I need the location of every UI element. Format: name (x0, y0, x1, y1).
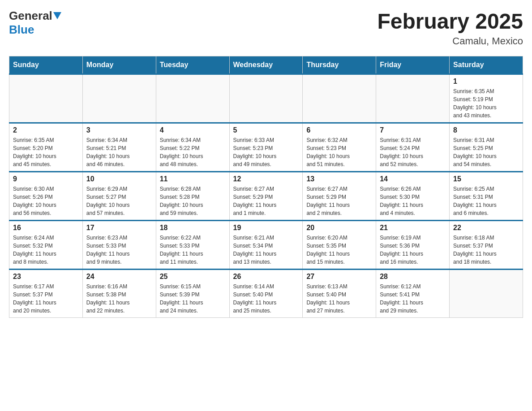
calendar-cell (156, 74, 229, 123)
calendar-cell: 15Sunrise: 6:25 AMSunset: 5:31 PMDayligh… (450, 172, 523, 221)
day-info: Sunrise: 6:27 AMSunset: 5:29 PMDaylight:… (233, 185, 299, 217)
weekday-header-saturday: Saturday (450, 56, 523, 74)
day-number: 7 (380, 126, 446, 134)
day-number: 4 (160, 126, 226, 134)
day-number: 21 (380, 224, 446, 232)
calendar-cell: 2Sunrise: 6:35 AMSunset: 5:20 PMDaylight… (9, 123, 83, 172)
day-number: 25 (160, 273, 226, 281)
weekday-header-tuesday: Tuesday (156, 56, 229, 74)
calendar-week-1: 1Sunrise: 6:35 AMSunset: 5:19 PMDaylight… (9, 74, 523, 123)
day-number: 12 (233, 175, 299, 183)
day-number: 9 (13, 175, 79, 183)
day-number: 11 (160, 175, 226, 183)
calendar-table: SundayMondayTuesdayWednesdayThursdayFrid… (9, 56, 523, 318)
day-info: Sunrise: 6:25 AMSunset: 5:31 PMDaylight:… (453, 185, 519, 217)
title-section: February 2025 Camalu, Mexico (377, 9, 523, 47)
day-number: 19 (233, 224, 299, 232)
day-number: 8 (453, 126, 519, 134)
day-info: Sunrise: 6:34 AMSunset: 5:22 PMDaylight:… (160, 136, 226, 168)
day-number: 15 (453, 175, 519, 183)
calendar-cell: 22Sunrise: 6:18 AMSunset: 5:37 PMDayligh… (450, 221, 523, 270)
day-info: Sunrise: 6:24 AMSunset: 5:32 PMDaylight:… (13, 234, 79, 266)
logo: General Blue (9, 9, 62, 37)
calendar-cell: 12Sunrise: 6:27 AMSunset: 5:29 PMDayligh… (229, 172, 303, 221)
day-number: 1 (453, 77, 519, 86)
weekday-header-thursday: Thursday (303, 56, 376, 74)
header-row: SundayMondayTuesdayWednesdayThursdayFrid… (9, 56, 523, 74)
day-info: Sunrise: 6:31 AMSunset: 5:24 PMDaylight:… (380, 136, 446, 168)
day-number: 28 (380, 273, 446, 281)
day-number: 3 (86, 126, 152, 134)
calendar-cell: 9Sunrise: 6:30 AMSunset: 5:26 PMDaylight… (9, 172, 83, 221)
day-number: 20 (306, 224, 372, 232)
day-info: Sunrise: 6:18 AMSunset: 5:37 PMDaylight:… (453, 234, 519, 266)
calendar-cell: 28Sunrise: 6:12 AMSunset: 5:41 PMDayligh… (376, 270, 450, 318)
day-number: 2 (13, 126, 79, 134)
day-info: Sunrise: 6:35 AMSunset: 5:19 PMDaylight:… (453, 87, 519, 120)
page-header: General Blue February 2025 Camalu, Mexic… (9, 9, 523, 47)
day-number: 16 (13, 224, 79, 232)
calendar-cell: 5Sunrise: 6:33 AMSunset: 5:23 PMDaylight… (229, 123, 303, 172)
day-number: 5 (233, 126, 299, 134)
calendar-cell: 19Sunrise: 6:21 AMSunset: 5:34 PMDayligh… (229, 221, 303, 270)
logo-blue-word: Blue (9, 23, 34, 36)
day-info: Sunrise: 6:26 AMSunset: 5:30 PMDaylight:… (380, 185, 446, 217)
calendar-cell: 4Sunrise: 6:34 AMSunset: 5:22 PMDaylight… (156, 123, 229, 172)
day-info: Sunrise: 6:23 AMSunset: 5:33 PMDaylight:… (86, 234, 152, 266)
calendar-cell: 17Sunrise: 6:23 AMSunset: 5:33 PMDayligh… (82, 221, 156, 270)
calendar-cell: 1Sunrise: 6:35 AMSunset: 5:19 PMDaylight… (450, 74, 523, 123)
calendar-cell: 27Sunrise: 6:13 AMSunset: 5:40 PMDayligh… (303, 270, 376, 318)
day-info: Sunrise: 6:33 AMSunset: 5:23 PMDaylight:… (233, 136, 299, 168)
calendar-cell (9, 74, 83, 123)
day-number: 10 (86, 175, 152, 183)
calendar-week-3: 9Sunrise: 6:30 AMSunset: 5:26 PMDaylight… (9, 172, 523, 221)
svg-marker-0 (53, 12, 61, 19)
day-info: Sunrise: 6:22 AMSunset: 5:33 PMDaylight:… (160, 234, 226, 266)
calendar-cell: 20Sunrise: 6:20 AMSunset: 5:35 PMDayligh… (303, 221, 376, 270)
day-number: 22 (453, 224, 519, 232)
weekday-header-friday: Friday (376, 56, 450, 74)
calendar-week-4: 16Sunrise: 6:24 AMSunset: 5:32 PMDayligh… (9, 221, 523, 270)
weekday-header-monday: Monday (82, 56, 156, 74)
calendar-cell: 25Sunrise: 6:15 AMSunset: 5:39 PMDayligh… (156, 270, 229, 318)
day-number: 13 (306, 175, 372, 183)
logo-general-text: General (9, 9, 52, 23)
calendar-week-2: 2Sunrise: 6:35 AMSunset: 5:20 PMDaylight… (9, 123, 523, 172)
day-info: Sunrise: 6:13 AMSunset: 5:40 PMDaylight:… (306, 283, 372, 315)
day-info: Sunrise: 6:19 AMSunset: 5:36 PMDaylight:… (380, 234, 446, 266)
day-info: Sunrise: 6:35 AMSunset: 5:20 PMDaylight:… (13, 136, 79, 168)
day-info: Sunrise: 6:17 AMSunset: 5:37 PMDaylight:… (13, 283, 79, 315)
calendar-cell: 6Sunrise: 6:32 AMSunset: 5:23 PMDaylight… (303, 123, 376, 172)
day-info: Sunrise: 6:20 AMSunset: 5:35 PMDaylight:… (306, 234, 372, 266)
day-info: Sunrise: 6:12 AMSunset: 5:41 PMDaylight:… (380, 283, 446, 315)
calendar-body: 1Sunrise: 6:35 AMSunset: 5:19 PMDaylight… (9, 74, 523, 318)
calendar-cell: 24Sunrise: 6:16 AMSunset: 5:38 PMDayligh… (82, 270, 156, 318)
month-title: February 2025 (377, 9, 523, 34)
calendar-cell: 16Sunrise: 6:24 AMSunset: 5:32 PMDayligh… (9, 221, 83, 270)
calendar-cell (82, 74, 156, 123)
calendar-cell: 7Sunrise: 6:31 AMSunset: 5:24 PMDaylight… (376, 123, 450, 172)
day-info: Sunrise: 6:21 AMSunset: 5:34 PMDaylight:… (233, 234, 299, 266)
day-info: Sunrise: 6:31 AMSunset: 5:25 PMDaylight:… (453, 136, 519, 168)
calendar-cell (303, 74, 376, 123)
day-info: Sunrise: 6:16 AMSunset: 5:38 PMDaylight:… (86, 283, 152, 315)
day-info: Sunrise: 6:29 AMSunset: 5:27 PMDaylight:… (86, 185, 152, 217)
calendar-cell: 13Sunrise: 6:27 AMSunset: 5:29 PMDayligh… (303, 172, 376, 221)
day-number: 18 (160, 224, 226, 232)
day-info: Sunrise: 6:14 AMSunset: 5:40 PMDaylight:… (233, 283, 299, 315)
day-number: 23 (13, 273, 79, 281)
day-info: Sunrise: 6:15 AMSunset: 5:39 PMDaylight:… (160, 283, 226, 315)
day-info: Sunrise: 6:27 AMSunset: 5:29 PMDaylight:… (306, 185, 372, 217)
calendar-header: SundayMondayTuesdayWednesdayThursdayFrid… (9, 56, 523, 74)
calendar-cell (376, 74, 450, 123)
calendar-cell: 18Sunrise: 6:22 AMSunset: 5:33 PMDayligh… (156, 221, 229, 270)
day-number: 6 (306, 126, 372, 134)
weekday-header-sunday: Sunday (9, 56, 83, 74)
calendar-cell: 8Sunrise: 6:31 AMSunset: 5:25 PMDaylight… (450, 123, 523, 172)
calendar-cell (229, 74, 303, 123)
day-number: 24 (86, 273, 152, 281)
day-info: Sunrise: 6:34 AMSunset: 5:21 PMDaylight:… (86, 136, 152, 168)
location: Camalu, Mexico (377, 35, 523, 47)
calendar-cell: 14Sunrise: 6:26 AMSunset: 5:30 PMDayligh… (376, 172, 450, 221)
day-info: Sunrise: 6:28 AMSunset: 5:28 PMDaylight:… (160, 185, 226, 217)
